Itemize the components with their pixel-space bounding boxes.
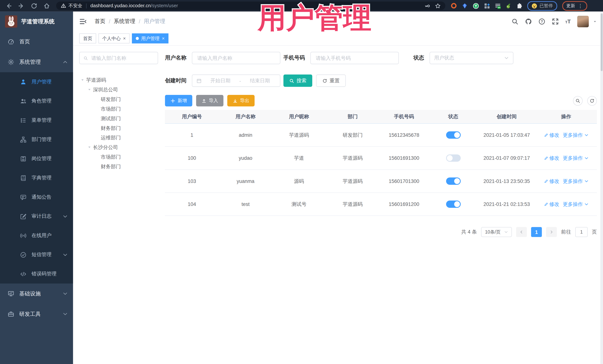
kebab-menu-icon[interactable]: ⋮ <box>578 3 583 8</box>
app-logo[interactable]: 芋道管理系统 <box>0 11 73 32</box>
reload-icon[interactable] <box>31 2 37 9</box>
sidebar-item-dev-tools[interactable]: 研发工具 <box>0 304 73 324</box>
dept-search-input[interactable] <box>91 55 154 61</box>
edit-link[interactable]: 修改 <box>544 178 559 185</box>
tampermonkey-on-badge: on <box>498 6 500 8</box>
close-icon[interactable]: × <box>123 36 126 41</box>
address-bar[interactable]: 不安全 dashboard.yudao.iocoder.cn/system/us… <box>56 1 445 10</box>
tree-node[interactable]: 财务部门 <box>79 162 158 171</box>
extension-sprout-icon[interactable] <box>506 3 511 9</box>
github-icon[interactable] <box>525 18 532 25</box>
avatar-caret-icon[interactable] <box>593 20 597 23</box>
status-toggle[interactable] <box>446 200 461 208</box>
tree-node[interactable]: 芋道源码 <box>79 75 158 85</box>
caret-down-icon[interactable] <box>88 146 91 149</box>
sidebar-collapse-icon[interactable] <box>79 18 87 25</box>
back-icon[interactable] <box>5 2 12 9</box>
date-range-picker[interactable]: 开始日期 - 结束日期 <box>192 75 280 87</box>
tree-node[interactable]: 研发部门 <box>79 95 158 104</box>
tab-user-mgmt[interactable]: 用户管理 × <box>132 33 168 43</box>
profile-paused-chip[interactable]: 已暂停 <box>527 1 557 11</box>
status-select[interactable]: 用户状态 <box>429 52 513 64</box>
more-actions-link[interactable]: 更多操作 <box>563 132 589 138</box>
browser-update-chip[interactable]: 更新 ⋮ <box>562 1 587 11</box>
sidebar-item-dept-mgmt[interactable]: 部门管理 <box>0 130 73 149</box>
caret-down-icon[interactable] <box>88 88 91 92</box>
chevron-up-icon <box>63 59 68 65</box>
created-label: 创建时间 <box>165 77 186 84</box>
tree-node[interactable]: 运维部门 <box>79 133 158 143</box>
breadcrumb-home[interactable]: 首页 <box>95 18 105 25</box>
edit-link[interactable]: 修改 <box>544 201 559 208</box>
goto-page-input[interactable] <box>575 227 588 237</box>
more-actions-link[interactable]: 更多操作 <box>563 201 589 208</box>
show-search-button[interactable] <box>573 96 583 105</box>
sidebar-item-role-mgmt[interactable]: 角色管理 <box>0 91 73 111</box>
sidebar-item-system[interactable]: 系统管理 <box>0 52 73 72</box>
dept-tree-panel: 芋道源码 深圳总公司 研发部门 市场部门 测试部门 财务部门 运维部门 长沙分公… <box>79 52 158 364</box>
bookmark-star-icon[interactable] <box>435 3 441 9</box>
sidebar-item-label: 部门管理 <box>32 136 52 143</box>
import-button[interactable]: 导入 <box>196 95 223 106</box>
reset-button[interactable]: 重置 <box>316 75 346 87</box>
sidebar-item-menu-mgmt[interactable]: 菜单管理 <box>0 111 73 130</box>
sidebar-item-infrastructure[interactable]: 基础设施 <box>0 284 73 304</box>
tree-node[interactable]: 市场部门 <box>79 104 158 114</box>
sidebar-item-dict-mgmt[interactable]: 字典管理 <box>0 168 73 188</box>
caret-down-icon[interactable] <box>81 78 84 82</box>
key-icon[interactable] <box>425 3 430 9</box>
gear-icon <box>8 59 14 65</box>
tab-home[interactable]: 首页 <box>79 33 96 43</box>
fullscreen-icon[interactable] <box>552 18 559 25</box>
tab-profile[interactable]: 个人中心 × <box>99 33 130 43</box>
tree-node[interactable]: 长沙分公司 <box>79 143 158 152</box>
sidebar-item-online-users[interactable]: 在线用户 <box>0 226 73 245</box>
extension-green-circle-icon[interactable] <box>473 2 479 9</box>
add-button[interactable]: 新增 <box>165 95 192 106</box>
extension-gem-icon[interactable] <box>462 3 468 9</box>
extension-grid-icon[interactable] <box>484 3 490 9</box>
help-icon[interactable]: ? <box>538 18 545 25</box>
url: dashboard.yudao.iocoder.cn/system/user <box>90 3 425 9</box>
breadcrumb-system[interactable]: 系统管理 <box>114 18 135 25</box>
font-size-icon[interactable]: TT <box>565 19 571 24</box>
search-icon <box>289 78 294 83</box>
tree-node[interactable]: 深圳总公司 <box>79 85 158 95</box>
tree-node[interactable]: 测试部门 <box>79 114 158 123</box>
sidebar-item-user-mgmt[interactable]: 用户管理 <box>0 72 73 92</box>
prev-page-button[interactable] <box>516 227 527 237</box>
tree-node[interactable]: 财务部门 <box>79 123 158 133</box>
extension-tampermonkey-icon[interactable]: on <box>495 3 501 9</box>
more-actions-link[interactable]: 更多操作 <box>563 154 589 161</box>
username-input[interactable] <box>197 55 276 61</box>
sidebar-item-home[interactable]: 首页 <box>0 32 73 52</box>
sidebar-item-sms-mgmt[interactable]: 短信管理 <box>0 245 73 264</box>
search-button[interactable]: 搜索 <box>283 75 312 87</box>
more-actions-link[interactable]: 更多操作 <box>563 178 589 185</box>
mobile-input[interactable] <box>315 55 394 61</box>
home-icon[interactable] <box>43 2 50 9</box>
next-page-button[interactable] <box>546 227 557 237</box>
extensions-puzzle-icon[interactable] <box>517 3 522 9</box>
user-avatar[interactable] <box>577 16 589 27</box>
edit-link[interactable]: 修改 <box>544 154 559 161</box>
sidebar-item-error-code[interactable]: 错误码管理 <box>0 264 73 284</box>
forward-icon[interactable] <box>18 2 24 9</box>
page-1-button[interactable]: 1 <box>531 227 542 237</box>
sidebar-item-post-mgmt[interactable]: 岗位管理 <box>0 149 73 168</box>
page-size-select[interactable]: 10条/页 <box>481 227 512 237</box>
search-icon[interactable] <box>511 18 518 25</box>
status-toggle[interactable] <box>446 132 461 139</box>
refresh-table-button[interactable] <box>587 96 597 105</box>
status-toggle[interactable] <box>446 177 461 185</box>
sidebar-item-audit-log[interactable]: 审计日志 <box>0 207 73 226</box>
edit-link[interactable]: 修改 <box>544 132 559 138</box>
chevron-down-icon <box>63 311 68 317</box>
close-icon[interactable]: × <box>162 36 165 41</box>
export-button[interactable]: 导出 <box>227 95 255 106</box>
tree-node[interactable]: 市场部门 <box>79 152 158 162</box>
extension-orange-ring-icon[interactable] <box>451 3 457 9</box>
status-toggle[interactable] <box>446 154 461 162</box>
scrollbar-thumb[interactable] <box>601 13 603 71</box>
sidebar-item-notice[interactable]: 通知公告 <box>0 187 73 207</box>
